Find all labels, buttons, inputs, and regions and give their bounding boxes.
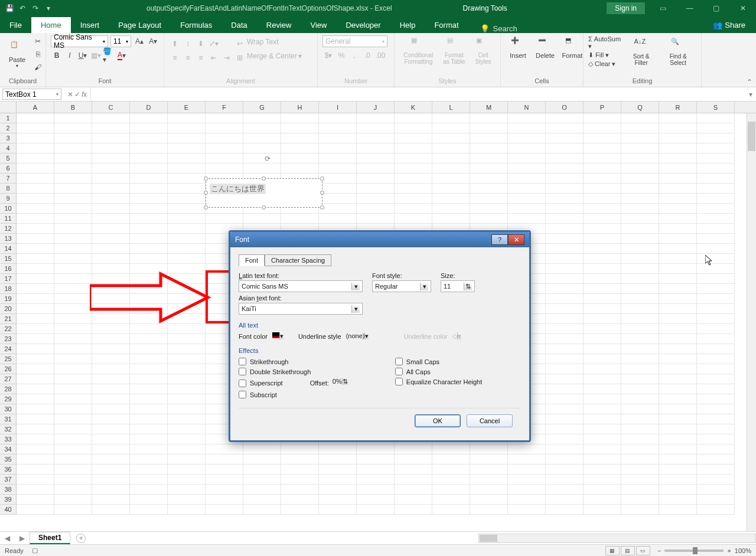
cell[interactable]: [697, 434, 735, 444]
cell[interactable]: [659, 143, 697, 153]
cell[interactable]: [659, 384, 697, 394]
cell[interactable]: [92, 495, 130, 505]
cell[interactable]: [697, 294, 735, 304]
cell[interactable]: [243, 113, 281, 123]
cell[interactable]: [432, 194, 470, 204]
row-header[interactable]: 21: [0, 314, 17, 324]
cell[interactable]: [395, 475, 432, 485]
cell[interactable]: [17, 465, 54, 475]
cell[interactable]: [659, 354, 697, 364]
cell[interactable]: [168, 495, 206, 505]
cell[interactable]: [130, 364, 168, 374]
cell[interactable]: [470, 194, 508, 204]
cell[interactable]: [54, 424, 92, 434]
cell[interactable]: [621, 324, 659, 334]
cell[interactable]: [92, 244, 130, 254]
cell[interactable]: [621, 505, 659, 515]
cell[interactable]: [546, 224, 584, 234]
cell[interactable]: [54, 434, 92, 444]
cell[interactable]: [659, 495, 697, 505]
cell[interactable]: [584, 244, 621, 254]
cell[interactable]: [470, 204, 508, 214]
cell[interactable]: [130, 414, 168, 424]
cell[interactable]: [92, 224, 130, 234]
cell[interactable]: [54, 334, 92, 344]
cell[interactable]: [697, 264, 735, 274]
cell[interactable]: [470, 133, 508, 143]
row-header[interactable]: 6: [0, 163, 17, 174]
cell[interactable]: [697, 364, 735, 374]
rotate-handle-icon[interactable]: ⟳: [262, 153, 273, 164]
cell[interactable]: [584, 314, 621, 324]
dialog-tab-font[interactable]: Font: [239, 254, 265, 266]
cell[interactable]: [319, 123, 357, 133]
cell[interactable]: [697, 444, 735, 454]
row-header[interactable]: 25: [0, 354, 17, 364]
resize-handle-l[interactable]: [204, 191, 208, 195]
cell[interactable]: [697, 204, 735, 214]
cell[interactable]: [130, 454, 168, 465]
cell[interactable]: [130, 163, 168, 174]
select-all-corner[interactable]: [0, 102, 17, 113]
cell[interactable]: [168, 364, 206, 374]
cell[interactable]: [659, 204, 697, 214]
tab-format[interactable]: Format: [425, 17, 468, 33]
cell[interactable]: [130, 344, 168, 354]
cell[interactable]: [395, 204, 432, 214]
page-layout-view-icon[interactable]: ▤: [621, 546, 635, 555]
cell[interactable]: [92, 324, 130, 334]
italic-icon[interactable]: I: [64, 50, 76, 61]
cell[interactable]: [130, 244, 168, 254]
cell[interactable]: [546, 454, 584, 465]
resize-handle-tl[interactable]: [204, 176, 208, 181]
cell[interactable]: [92, 444, 130, 454]
cell[interactable]: [54, 264, 92, 274]
cell[interactable]: [584, 214, 621, 224]
sheet-nav-prev-icon[interactable]: ◀: [0, 534, 15, 542]
fill-color-icon[interactable]: 🪣▾: [103, 50, 115, 61]
cell[interactable]: [206, 133, 243, 143]
cell[interactable]: [17, 485, 54, 495]
cell[interactable]: [54, 465, 92, 475]
cell[interactable]: [130, 394, 168, 404]
cell[interactable]: [546, 254, 584, 264]
cell[interactable]: [697, 163, 735, 174]
font-color-icon[interactable]: A▾: [116, 50, 128, 61]
cell[interactable]: [621, 485, 659, 495]
cell[interactable]: [17, 314, 54, 324]
cell[interactable]: [395, 153, 432, 163]
copy-icon[interactable]: ⎘: [32, 48, 44, 60]
cell[interactable]: [168, 404, 206, 414]
cell[interactable]: [621, 374, 659, 384]
cell[interactable]: [432, 113, 470, 123]
cell[interactable]: [92, 153, 130, 163]
underline-style-combo[interactable]: (none)▾: [346, 332, 399, 340]
cell[interactable]: [357, 194, 395, 204]
cell[interactable]: [697, 314, 735, 324]
column-header[interactable]: H: [281, 102, 319, 113]
cell[interactable]: [130, 214, 168, 224]
cell[interactable]: [17, 404, 54, 414]
row-header[interactable]: 1: [0, 113, 17, 123]
cell[interactable]: [281, 143, 319, 153]
tab-insert[interactable]: Insert: [71, 17, 109, 33]
cell[interactable]: [659, 113, 697, 123]
cell[interactable]: [659, 133, 697, 143]
cell[interactable]: [621, 174, 659, 184]
cell[interactable]: [659, 485, 697, 495]
cell[interactable]: [130, 374, 168, 384]
cell[interactable]: [546, 354, 584, 364]
cell[interactable]: [546, 485, 584, 495]
cell[interactable]: [168, 123, 206, 133]
resize-handle-tr[interactable]: [320, 176, 324, 181]
cell[interactable]: [319, 174, 357, 184]
cell[interactable]: [54, 344, 92, 354]
find-select-button[interactable]: 🔍Find & Select: [660, 35, 696, 68]
cell[interactable]: [546, 505, 584, 515]
dialog-help-icon[interactable]: ?: [491, 234, 508, 245]
column-header[interactable]: I: [319, 102, 357, 113]
cell[interactable]: [659, 434, 697, 444]
row-header[interactable]: 37: [0, 475, 17, 485]
row-header[interactable]: 15: [0, 254, 17, 264]
cell[interactable]: [546, 244, 584, 254]
